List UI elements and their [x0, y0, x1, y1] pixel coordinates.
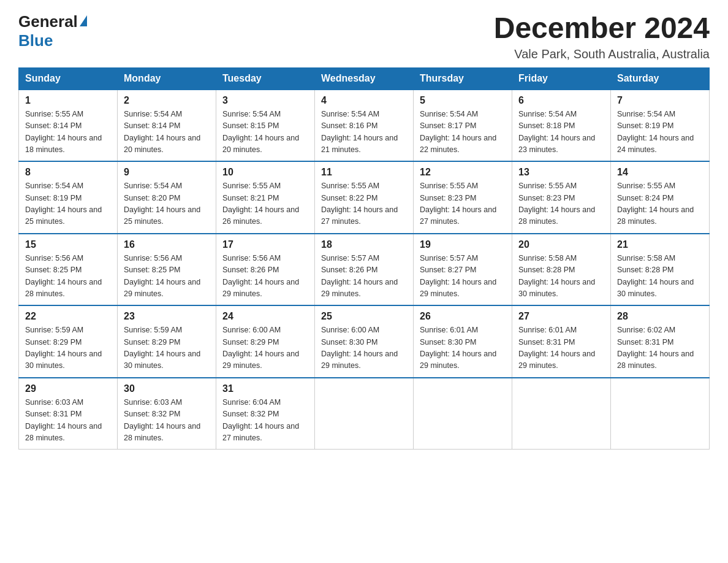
calendar-cell: 18Sunrise: 5:57 AMSunset: 8:26 PMDayligh… — [315, 234, 414, 306]
day-number: 27 — [518, 311, 604, 322]
day-info: Sunrise: 5:55 AMSunset: 8:22 PMDaylight:… — [321, 180, 407, 228]
day-info: Sunrise: 6:03 AMSunset: 8:31 PMDaylight:… — [25, 397, 111, 445]
day-info: Sunrise: 5:57 AMSunset: 8:26 PMDaylight:… — [321, 253, 407, 301]
day-info: Sunrise: 5:58 AMSunset: 8:28 PMDaylight:… — [617, 253, 703, 301]
calendar-cell: 8Sunrise: 5:54 AMSunset: 8:19 PMDaylight… — [19, 161, 118, 234]
day-number: 20 — [518, 239, 604, 250]
calendar-cell: 24Sunrise: 6:00 AMSunset: 8:29 PMDayligh… — [216, 305, 315, 378]
day-number: 18 — [321, 239, 407, 250]
day-number: 29 — [25, 383, 111, 394]
day-info: Sunrise: 6:01 AMSunset: 8:31 PMDaylight:… — [518, 324, 604, 372]
day-number: 10 — [222, 167, 308, 178]
calendar-cell: 28Sunrise: 6:02 AMSunset: 8:31 PMDayligh… — [611, 305, 710, 378]
day-number: 30 — [124, 383, 210, 394]
calendar-week-row: 29Sunrise: 6:03 AMSunset: 8:31 PMDayligh… — [19, 378, 710, 450]
day-number: 2 — [124, 95, 210, 106]
day-info: Sunrise: 5:55 AMSunset: 8:21 PMDaylight:… — [222, 180, 308, 228]
calendar-cell: 3Sunrise: 5:54 AMSunset: 8:15 PMDaylight… — [216, 90, 315, 162]
calendar-week-row: 15Sunrise: 5:56 AMSunset: 8:25 PMDayligh… — [19, 234, 710, 306]
day-info: Sunrise: 5:59 AMSunset: 8:29 PMDaylight:… — [25, 324, 111, 372]
calendar-cell: 15Sunrise: 5:56 AMSunset: 8:25 PMDayligh… — [19, 234, 118, 306]
calendar-cell: 11Sunrise: 5:55 AMSunset: 8:22 PMDayligh… — [315, 161, 414, 234]
day-info: Sunrise: 6:01 AMSunset: 8:30 PMDaylight:… — [420, 324, 506, 372]
day-number: 28 — [617, 311, 703, 322]
weekday-header-tuesday: Tuesday — [216, 67, 315, 90]
weekday-header-row: SundayMondayTuesdayWednesdayThursdayFrid… — [19, 67, 710, 90]
calendar-cell: 27Sunrise: 6:01 AMSunset: 8:31 PMDayligh… — [512, 305, 611, 378]
day-number: 3 — [222, 95, 308, 106]
day-number: 6 — [518, 95, 604, 106]
calendar-cell: 12Sunrise: 5:55 AMSunset: 8:23 PMDayligh… — [414, 161, 512, 234]
calendar-cell: 23Sunrise: 5:59 AMSunset: 8:29 PMDayligh… — [118, 305, 216, 378]
calendar-cell: 9Sunrise: 5:54 AMSunset: 8:20 PMDaylight… — [118, 161, 216, 234]
calendar-cell: 7Sunrise: 5:54 AMSunset: 8:19 PMDaylight… — [611, 90, 710, 162]
day-info: Sunrise: 6:00 AMSunset: 8:29 PMDaylight:… — [222, 324, 308, 372]
month-title: December 2024 — [494, 12, 710, 45]
calendar-cell: 29Sunrise: 6:03 AMSunset: 8:31 PMDayligh… — [19, 378, 118, 450]
calendar-cell: 22Sunrise: 5:59 AMSunset: 8:29 PMDayligh… — [19, 305, 118, 378]
day-info: Sunrise: 5:55 AMSunset: 8:23 PMDaylight:… — [420, 180, 506, 228]
calendar-cell: 19Sunrise: 5:57 AMSunset: 8:27 PMDayligh… — [414, 234, 512, 306]
day-info: Sunrise: 5:55 AMSunset: 8:14 PMDaylight:… — [25, 109, 111, 156]
page-header: General Blue December 2024 Vale Park, So… — [18, 12, 710, 61]
day-info: Sunrise: 5:55 AMSunset: 8:23 PMDaylight:… — [518, 180, 604, 228]
day-number: 25 — [321, 311, 407, 322]
calendar-cell — [315, 378, 414, 450]
day-info: Sunrise: 6:00 AMSunset: 8:30 PMDaylight:… — [321, 324, 407, 372]
day-number: 9 — [124, 167, 210, 178]
day-number: 15 — [25, 239, 111, 250]
calendar-cell: 20Sunrise: 5:58 AMSunset: 8:28 PMDayligh… — [512, 234, 611, 306]
day-info: Sunrise: 5:54 AMSunset: 8:19 PMDaylight:… — [25, 180, 111, 228]
day-number: 11 — [321, 167, 407, 178]
day-info: Sunrise: 5:54 AMSunset: 8:15 PMDaylight:… — [222, 109, 308, 156]
weekday-header-sunday: Sunday — [19, 67, 118, 90]
day-number: 4 — [321, 95, 407, 106]
location-title: Vale Park, South Australia, Australia — [494, 47, 710, 61]
day-info: Sunrise: 5:54 AMSunset: 8:16 PMDaylight:… — [321, 109, 407, 156]
day-number: 31 — [222, 383, 308, 394]
day-number: 5 — [420, 95, 506, 106]
calendar-cell: 10Sunrise: 5:55 AMSunset: 8:21 PMDayligh… — [216, 161, 315, 234]
day-info: Sunrise: 6:02 AMSunset: 8:31 PMDaylight:… — [617, 324, 703, 372]
calendar-cell: 6Sunrise: 5:54 AMSunset: 8:18 PMDaylight… — [512, 90, 611, 162]
calendar-cell: 4Sunrise: 5:54 AMSunset: 8:16 PMDaylight… — [315, 90, 414, 162]
calendar-cell: 2Sunrise: 5:54 AMSunset: 8:14 PMDaylight… — [118, 90, 216, 162]
calendar-cell: 1Sunrise: 5:55 AMSunset: 8:14 PMDaylight… — [19, 90, 118, 162]
calendar-cell: 25Sunrise: 6:00 AMSunset: 8:30 PMDayligh… — [315, 305, 414, 378]
day-info: Sunrise: 5:56 AMSunset: 8:25 PMDaylight:… — [124, 253, 210, 301]
day-number: 26 — [420, 311, 506, 322]
calendar-cell — [611, 378, 710, 450]
day-info: Sunrise: 5:55 AMSunset: 8:24 PMDaylight:… — [617, 180, 703, 228]
calendar-cell: 14Sunrise: 5:55 AMSunset: 8:24 PMDayligh… — [611, 161, 710, 234]
logo-general-text: General — [18, 12, 78, 31]
weekday-header-thursday: Thursday — [414, 67, 512, 90]
day-info: Sunrise: 5:54 AMSunset: 8:20 PMDaylight:… — [124, 180, 210, 228]
day-number: 24 — [222, 311, 308, 322]
logo-arrow-icon — [80, 15, 87, 26]
calendar-week-row: 1Sunrise: 5:55 AMSunset: 8:14 PMDaylight… — [19, 90, 710, 162]
weekday-header-saturday: Saturday — [611, 67, 710, 90]
day-number: 1 — [25, 95, 111, 106]
calendar-table: SundayMondayTuesdayWednesdayThursdayFrid… — [18, 67, 710, 450]
day-number: 17 — [222, 239, 308, 250]
day-info: Sunrise: 5:54 AMSunset: 8:14 PMDaylight:… — [124, 109, 210, 156]
day-number: 23 — [124, 311, 210, 322]
logo: General Blue — [18, 12, 87, 50]
weekday-header-monday: Monday — [118, 67, 216, 90]
day-number: 13 — [518, 167, 604, 178]
calendar-week-row: 22Sunrise: 5:59 AMSunset: 8:29 PMDayligh… — [19, 305, 710, 378]
day-number: 21 — [617, 239, 703, 250]
calendar-cell: 17Sunrise: 5:56 AMSunset: 8:26 PMDayligh… — [216, 234, 315, 306]
calendar-cell: 21Sunrise: 5:58 AMSunset: 8:28 PMDayligh… — [611, 234, 710, 306]
calendar-cell: 5Sunrise: 5:54 AMSunset: 8:17 PMDaylight… — [414, 90, 512, 162]
weekday-header-wednesday: Wednesday — [315, 67, 414, 90]
day-info: Sunrise: 5:54 AMSunset: 8:17 PMDaylight:… — [420, 109, 506, 156]
weekday-header-friday: Friday — [512, 67, 611, 90]
title-area: December 2024 Vale Park, South Australia… — [494, 12, 710, 61]
calendar-cell — [512, 378, 611, 450]
day-info: Sunrise: 5:59 AMSunset: 8:29 PMDaylight:… — [124, 324, 210, 372]
day-info: Sunrise: 5:54 AMSunset: 8:19 PMDaylight:… — [617, 109, 703, 156]
day-info: Sunrise: 5:56 AMSunset: 8:25 PMDaylight:… — [25, 253, 111, 301]
day-info: Sunrise: 6:03 AMSunset: 8:32 PMDaylight:… — [124, 397, 210, 445]
day-number: 14 — [617, 167, 703, 178]
